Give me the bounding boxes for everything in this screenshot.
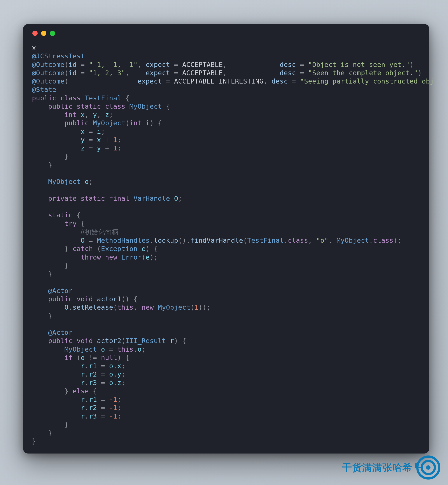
code-window: x @JCStressTest @Outcome(id = "-1, -1, -…	[23, 24, 429, 453]
annotation-jcstress: @JCStressTest	[32, 52, 85, 60]
line-x: x	[32, 44, 36, 52]
watermark-logo-icon	[415, 454, 441, 481]
comment: //初始化句柄	[81, 228, 119, 236]
watermark-text: 干货满满张哈希	[342, 461, 413, 474]
annotation-actor: @Actor	[48, 287, 72, 294]
svg-point-2	[426, 465, 431, 470]
minimize-icon[interactable]	[41, 31, 46, 36]
window-controls	[32, 31, 420, 36]
annotation-outcome: @Outcome	[32, 77, 64, 85]
annotation-actor: @Actor	[48, 329, 72, 336]
zoom-icon[interactable]	[50, 31, 55, 36]
close-icon[interactable]	[32, 31, 38, 36]
annotation-outcome: @Outcome	[32, 69, 64, 77]
annotation-state: @State	[32, 86, 56, 93]
annotation-outcome: @Outcome	[32, 61, 64, 68]
watermark: 干货满满张哈希	[342, 454, 441, 481]
code-block: x @JCStressTest @Outcome(id = "-1, -1, -…	[32, 44, 420, 446]
